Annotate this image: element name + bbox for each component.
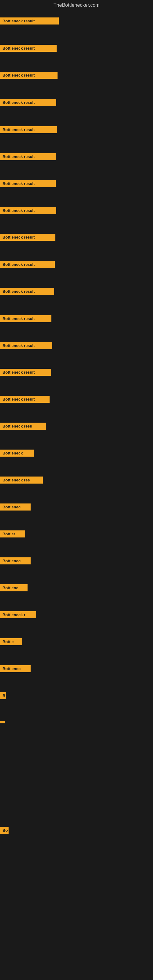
bottleneck-label: Bottleneck result	[0, 342, 52, 349]
list-item	[0, 719, 5, 725]
list-item: Bottlenec	[0, 665, 30, 673]
bottleneck-label: Bottleneck result	[0, 288, 54, 295]
list-item: Bottleneck result	[0, 234, 56, 242]
list-item: Bottleneck result	[0, 207, 56, 215]
list-item: Bottle	[0, 638, 22, 646]
site-title: TheBottlenecker.com	[0, 0, 153, 9]
list-item: Bottlenec	[0, 557, 30, 566]
list-item: Bottleneck r	[0, 611, 36, 620]
bottleneck-label: Bo	[0, 827, 9, 834]
bottleneck-label: B	[0, 692, 6, 699]
bottleneck-label: Bottlene	[0, 584, 27, 591]
list-item: Bottleneck result	[0, 342, 52, 350]
bottleneck-label: Bottleneck result	[0, 261, 55, 268]
list-item: B	[0, 692, 6, 700]
bottleneck-label: Bottleneck result	[0, 126, 57, 133]
bottleneck-label: Bottleneck res	[0, 477, 43, 484]
list-item: Bottlene	[0, 584, 27, 593]
list-item: Bottleneck result	[0, 369, 51, 377]
list-item: Bottleneck result	[0, 126, 57, 134]
bottleneck-label: Bottleneck	[0, 450, 33, 457]
bottleneck-label: Bottleneck result	[0, 45, 57, 52]
list-item: Bottleneck result	[0, 72, 57, 80]
bottleneck-label	[0, 721, 5, 723]
list-item: Bottlenec	[0, 503, 30, 512]
bottleneck-label: Bottleneck result	[0, 99, 56, 106]
bottleneck-label: Bottleneck result	[0, 18, 59, 24]
bottleneck-label: Bottler	[0, 530, 25, 538]
list-item: Bottler	[0, 530, 25, 539]
bottleneck-label: Bottleneck result	[0, 72, 57, 79]
list-item: Bottleneck res	[0, 477, 43, 485]
bottleneck-label: Bottleneck result	[0, 180, 56, 187]
list-item: Bottleneck result	[0, 45, 57, 53]
bottleneck-label: Bottlenec	[0, 557, 30, 565]
list-item: Bottleneck result	[0, 315, 51, 323]
bottleneck-label: Bottlenec	[0, 665, 30, 672]
list-item: Bottleneck	[0, 450, 33, 458]
list-item: Bottleneck result	[0, 180, 56, 188]
bottleneck-label: Bottle	[0, 638, 22, 645]
bottleneck-label: Bottleneck r	[0, 611, 36, 618]
list-item: Bottleneck result	[0, 288, 54, 296]
bottleneck-label: Bottleneck resu	[0, 423, 46, 430]
bottleneck-label: Bottleneck result	[0, 369, 51, 376]
list-item: Bottleneck result	[0, 261, 55, 269]
bottleneck-label: Bottlenec	[0, 503, 30, 511]
list-item: Bottleneck result	[0, 99, 56, 107]
list-item: Bottleneck resu	[0, 423, 46, 431]
list-item: Bottleneck result	[0, 153, 56, 161]
bottleneck-label: Bottleneck result	[0, 207, 56, 214]
bottleneck-label: Bottleneck result	[0, 153, 56, 160]
list-item: Bottleneck result	[0, 18, 59, 26]
bottleneck-label: Bottleneck result	[0, 234, 56, 241]
list-item: Bo	[0, 827, 9, 835]
bottleneck-label: Bottleneck result	[0, 396, 49, 403]
list-item: Bottleneck result	[0, 396, 49, 404]
bottleneck-label: Bottleneck result	[0, 315, 51, 322]
